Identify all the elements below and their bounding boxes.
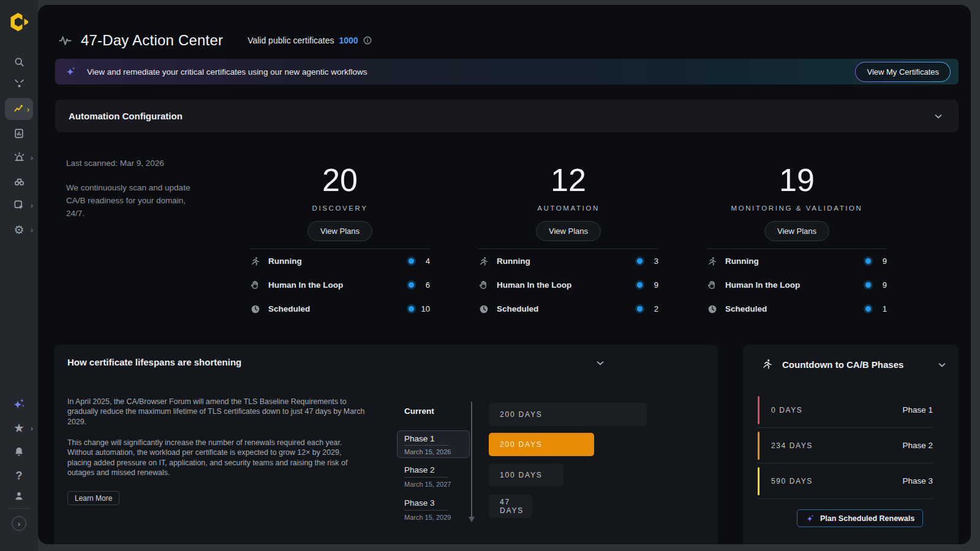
sidebar-item-alerts[interactable]: ›: [0, 150, 38, 165]
cert-count-link[interactable]: 1000: [339, 36, 358, 45]
hand-icon: [250, 280, 261, 291]
sidebar-item-settings[interactable]: ⚙ ›: [0, 222, 38, 237]
runner-icon: [250, 256, 261, 267]
stat-column-discovery: 20 DISCOVERY View Plans Running 4 Human …: [250, 163, 430, 321]
runner-icon: [707, 256, 718, 267]
chevron-down-icon[interactable]: [595, 358, 606, 369]
banner-message: View and remediate your critical certifi…: [87, 67, 367, 77]
app-root: { "colors": { "accent_blue": "#4B9BF5", …: [0, 0, 980, 551]
phase-color-bar: [758, 432, 760, 460]
row-value: 6: [420, 280, 430, 290]
view-plans-button[interactable]: View Plans: [536, 221, 601, 241]
chevron-down-icon[interactable]: [937, 359, 948, 370]
sparkle-icon: [805, 514, 815, 523]
search-icon: [13, 56, 26, 69]
main-content: 47-Day Action Center Valid public certif…: [38, 5, 971, 544]
row-value: 9: [877, 280, 887, 290]
row-label: Running: [268, 257, 302, 266]
sidebar-item-policy[interactable]: ›: [0, 198, 38, 212]
clock-icon: [250, 304, 261, 315]
sparkle-icon: [65, 66, 77, 78]
lifespans-paragraph-1: In April 2025, the CA/Browser Forum will…: [67, 397, 365, 427]
row-label: Scheduled: [725, 304, 767, 313]
agentic-workflows-banner: View and remediate your critical certifi…: [55, 59, 959, 84]
row-value: 2: [649, 304, 658, 313]
status-dot: [409, 282, 414, 288]
sidebar-item-target[interactable]: [0, 78, 38, 93]
sidebar-item-ai-assistant[interactable]: [0, 397, 38, 411]
stat-label: MONITORING & VALIDATION: [731, 204, 862, 212]
status-dot: [637, 258, 643, 264]
cert-count-label: Valid public certificates: [247, 36, 334, 45]
row-value: 9: [877, 257, 887, 266]
status-dot: [409, 258, 414, 264]
phase-1-selector[interactable]: Phase 1 March 15, 2026: [397, 430, 470, 458]
policy-cursor-icon: [13, 199, 25, 211]
phase-name: Phase 3: [404, 498, 448, 511]
runner-icon: [478, 256, 489, 267]
panel-title: Countdown to CA/B Phases: [782, 359, 903, 370]
learn-more-button[interactable]: Learn More: [67, 491, 119, 505]
phase-label: Phase 1: [902, 405, 933, 414]
status-dot: [865, 258, 871, 264]
sidebar: › › › ⚙ › ★ › ? ›: [0, 0, 38, 551]
stat-row-human-in-the-loop: Human In the Loop 9: [478, 273, 658, 297]
binoculars-icon: [13, 175, 26, 188]
phase-date: March 15, 2026: [404, 448, 462, 455]
stat-count: 19: [779, 163, 815, 197]
view-plans-button[interactable]: View Plans: [307, 221, 372, 241]
sidebar-item-help[interactable]: ?: [0, 468, 38, 483]
countdown-header: Countdown to CA/B Phases: [761, 358, 903, 370]
page-title: 47-Day Action Center: [81, 32, 223, 49]
days-remaining: 0 DAYS: [771, 406, 802, 414]
sidebar-item-reports[interactable]: [0, 126, 38, 141]
plan-scheduled-renewals-button[interactable]: Plan Scheduled Renewals: [797, 509, 923, 527]
sidebar-divider: [8, 508, 30, 509]
sidebar-item-workflows-active[interactable]: ›: [5, 98, 33, 120]
brand-logo[interactable]: [0, 11, 38, 33]
stat-row-human-in-the-loop: Human In the Loop 6: [250, 273, 430, 297]
chevron-right-icon: ›: [31, 154, 33, 162]
sidebar-item-notifications[interactable]: [0, 444, 38, 459]
info-icon[interactable]: [363, 36, 372, 45]
star-icon: ★: [13, 422, 24, 434]
button-label: Plan Scheduled Renewals: [820, 514, 914, 523]
view-plans-button[interactable]: View Plans: [764, 221, 829, 241]
days-remaining: 590 DAYS: [771, 477, 813, 485]
stat-row-running: Running 4: [250, 249, 430, 273]
countdown-row-phase-1: 0 DAYS Phase 1: [758, 392, 933, 428]
stat-label: DISCOVERY: [312, 204, 368, 212]
phase-3-selector[interactable]: Phase 3 March 15, 2029: [404, 498, 472, 521]
row-label: Scheduled: [268, 304, 310, 313]
stat-row-human-in-the-loop: Human In the Loop 9: [707, 273, 887, 297]
row-value: 3: [649, 257, 658, 266]
phase-name: Phase 1: [404, 434, 448, 446]
sparkles-icon: [12, 397, 26, 411]
sidebar-item-favorites[interactable]: ★ ›: [0, 421, 38, 435]
status-dot: [637, 306, 643, 312]
sidebar-item-account[interactable]: [0, 489, 38, 503]
stat-row-running: Running 3: [478, 249, 658, 273]
stat-count: 12: [551, 163, 586, 197]
hand-icon: [478, 280, 489, 291]
row-value: 1: [877, 304, 887, 313]
scan-note: Last scanned: Mar 9, 2026 We continuousl…: [66, 159, 219, 220]
chevron-right-icon: ›: [27, 105, 29, 113]
days-remaining: 234 DAYS: [771, 441, 813, 450]
phase-2-selector[interactable]: Phase 2 March 15, 2027: [404, 465, 472, 488]
countdown-row-phase-3: 590 DAYS Phase 3: [758, 463, 933, 499]
sidebar-item-discovery[interactable]: [0, 174, 38, 189]
bar-label: 47 DAYS: [500, 498, 532, 515]
sidebar-collapse-button[interactable]: ›: [12, 516, 26, 531]
chevron-down-icon[interactable]: [933, 111, 944, 122]
stat-row-scheduled: Scheduled 1: [707, 297, 887, 321]
phase-label: Phase 2: [902, 441, 933, 450]
lifespan-bar-100-days-phase2: 100 DAYS: [489, 463, 564, 487]
stat-column-monitoring: 19 MONITORING & VALIDATION View Plans Ru…: [707, 163, 887, 321]
sidebar-item-search[interactable]: [0, 54, 38, 69]
bar-label: 200 DAYS: [500, 410, 543, 419]
view-my-certificates-button[interactable]: View My Certificates: [855, 62, 951, 82]
clock-icon: [707, 304, 718, 315]
chevron-right-icon: ›: [31, 201, 33, 209]
phase-name: Phase 2: [404, 465, 448, 478]
